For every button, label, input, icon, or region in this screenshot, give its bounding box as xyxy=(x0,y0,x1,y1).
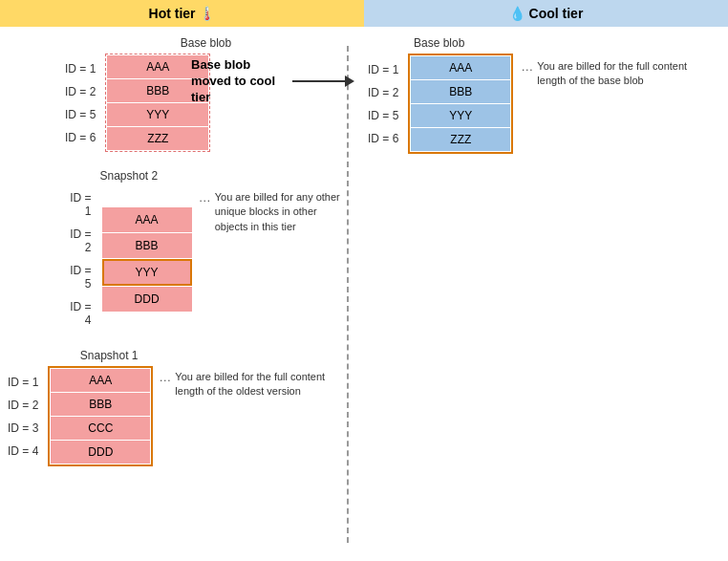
hot-tier-text: Hot tier xyxy=(149,6,196,21)
snapshot1-id-col: ID = 1 ID = 2 ID = 3 ID = 4 xyxy=(8,371,44,463)
hot-side: Base blob ID = 1 ID = 2 ID = 5 ID = 6 AA… xyxy=(8,36,347,551)
cool-side: Base blob ID = 1 ID = 2 ID = 5 ID = 6 AA… xyxy=(349,36,720,551)
snapshot1-title: Snapshot 1 xyxy=(65,349,153,362)
cool-tier-label: 💧 Cool tier xyxy=(364,0,728,27)
snapshot2-annotation-wrapper: … You are billed for any other unique bl… xyxy=(199,190,347,234)
snap1-dots: … xyxy=(159,370,171,384)
cool-tier-text: Cool tier xyxy=(529,6,584,21)
snapshot1-section: Snapshot 1 ID = 1 ID = 2 ID = 3 ID = 4 A… xyxy=(8,349,347,466)
droplet-icon: 💧 xyxy=(509,6,525,21)
hot-tier-label: Hot tier 🌡️ xyxy=(0,0,364,27)
arrow-label: Base blob moved to cool tier xyxy=(191,57,287,106)
snapshot1-blocks-wrapper: AAA BBB CCC DDD xyxy=(48,366,153,466)
snapshot1-annotation: You are billed for the full content leng… xyxy=(175,370,328,399)
arrow-head-icon xyxy=(345,76,354,87)
main-content: Base blob ID = 1 ID = 2 ID = 5 ID = 6 AA… xyxy=(0,27,728,561)
snap2-dots: … xyxy=(199,190,211,205)
snapshot1-annotation-wrapper: … You are billed for the full content le… xyxy=(159,370,328,399)
base-blob-cool-title: Base blob xyxy=(414,36,720,50)
snapshot2-blocks: AAA BBB YYY DDD xyxy=(101,206,193,313)
snapshot2-id-col: ID = 1 ID = 2 ID = 5 ID = 4 xyxy=(65,186,97,332)
cool-dots: … xyxy=(521,59,533,74)
snapshot2-title: Snapshot 2 xyxy=(65,169,193,183)
thermometer-hot-icon: 🌡️ xyxy=(199,6,215,21)
header: Hot tier 🌡️ 💧 Cool tier xyxy=(0,0,728,27)
cool-blob-blocks-wrapper: AAA BBB YYY ZZZ xyxy=(408,54,513,154)
arrow-graphic xyxy=(292,76,354,87)
cool-blob-annotation-wrapper: … You are billed for the full content le… xyxy=(521,59,690,89)
base-blob-hot-title: Base blob xyxy=(65,36,347,50)
cool-blob-id-col: ID = 1 ID = 2 ID = 5 ID = 6 xyxy=(368,58,404,150)
base-blob-hot-id-col: ID = 1 ID = 2 ID = 5 ID = 6 xyxy=(65,57,101,149)
move-arrow-section: Base blob moved to cool tier xyxy=(191,57,354,106)
arrow-shaft xyxy=(292,80,345,82)
snapshot2-annotation: You are billed for any other unique bloc… xyxy=(215,190,347,234)
base-blob-cool-section: Base blob ID = 1 ID = 2 ID = 5 ID = 6 AA… xyxy=(368,36,720,154)
snapshot2-section: Snapshot 2 ID = 1 ID = 2 ID = 5 ID = 4 A… xyxy=(8,169,347,332)
cool-blob-annotation: You are billed for the full content leng… xyxy=(537,59,690,89)
